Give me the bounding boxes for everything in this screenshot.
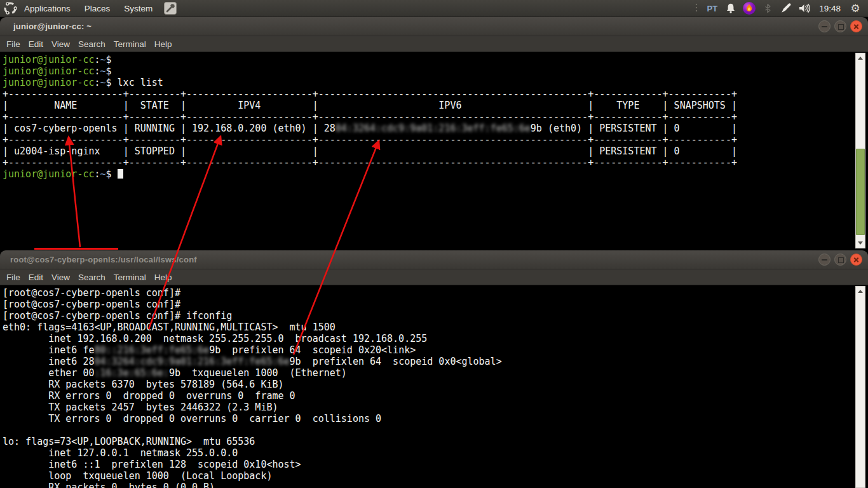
lxc-table-header: | NAME | STATE | IPV4 | IPV6 | TYPE | SN… [3, 100, 868, 111]
terminal-line: TX errors 0 dropped 0 overruns 0 carrier… [3, 413, 868, 424]
system-tray: PT [695, 0, 868, 17]
menu-edit[interactable]: Edit [29, 273, 43, 282]
terminal-window-root: root@cos7-cyberp-openls:/usr/local/lsws/… [0, 250, 868, 488]
menu-edit[interactable]: Edit [29, 39, 43, 49]
terminal-line: loop txqueuelen 1000 (Local Loopback) [3, 470, 868, 482]
lxc-table-border: +--------------------+---------+--------… [3, 111, 868, 123]
menu-view[interactable]: View [51, 273, 70, 282]
menu-view[interactable]: View [51, 39, 70, 49]
menu-help[interactable]: Help [154, 39, 172, 49]
menu-places[interactable]: Places [78, 0, 118, 17]
terminal-line: RX packets 0 bytes 0 (0.0 B) [3, 482, 868, 488]
bluetooth-icon[interactable] [760, 0, 775, 17]
scrollbar[interactable] [855, 53, 865, 248]
menu-applications[interactable]: Applications [17, 0, 78, 17]
terminal-line-command: [root@cos7-cyberp-openls conf]# ifconfig [3, 310, 868, 322]
maximize-button[interactable] [834, 254, 846, 266]
window-controls [818, 20, 862, 32]
redacted-ipv6: 04:3264:cdc9:9a01:216:3eff:fe65:6e [95, 356, 290, 367]
titlebar[interactable]: root@cos7-cyberp-openls:/usr/local/lsws/… [0, 250, 868, 269]
menu-help[interactable]: Help [154, 273, 172, 282]
terminal-line: [root@cos7-cyberp-openls conf]# [3, 299, 868, 310]
minimize-button[interactable] [818, 20, 831, 32]
menu-search[interactable]: Search [78, 39, 105, 49]
terminal-line: RX packets 6370 bytes 578189 (564.6 KiB) [3, 379, 868, 390]
wrench-launcher-icon[interactable] [164, 2, 177, 15]
clock[interactable]: 19:48 [815, 4, 844, 13]
ifconfig-inet6-link-line: inet6 fe80::216:3eff:fe65:6e9b prefixlen… [3, 344, 868, 356]
messaging-flame-icon[interactable] [742, 0, 757, 17]
redacted-mac: :16:3e:65:6e: [95, 367, 169, 379]
lxc-table-border: +--------------------+---------+--------… [3, 157, 868, 168]
scroll-up-arrow-icon[interactable] [856, 54, 865, 62]
desktop: Applications Places System PT [0, 0, 868, 488]
menubar: File Edit View Search Terminal Help [0, 36, 868, 52]
lxc-table-border: +--------------------+---------+--------… [3, 88, 868, 100]
notification-bell-icon[interactable] [723, 0, 738, 17]
menu-file[interactable]: File [6, 273, 20, 282]
scrollbar-thumb[interactable] [856, 149, 865, 235]
lxc-table-row-2: | u2004-isp-nginx | STOPPED | | | PERSIS… [3, 146, 868, 157]
menu-search[interactable]: Search [78, 273, 105, 282]
ifconfig-inet-line: inet 192.168.0.200 netmask 255.255.255.0… [3, 333, 868, 344]
window-controls [818, 254, 862, 266]
stylus-icon[interactable] [778, 0, 794, 17]
ifconfig-ether-line: ether 00:16:3e:65:6e:9b txqueuelen 1000 … [3, 367, 868, 379]
terminal-line-command: junior@junior-cc:~$lxc list [3, 77, 868, 88]
terminal-line: RX errors 0 dropped 0 overruns 0 frame 0 [3, 390, 868, 402]
terminal-line: junior@junior-cc:~$ [3, 65, 868, 77]
scroll-up-arrow-icon[interactable] [856, 287, 865, 295]
titlebar[interactable]: junior@junior-cc: ~ [0, 17, 868, 36]
minimize-button[interactable] [818, 254, 831, 266]
redacted-ipv6: 80::216:3eff:fe65:6e [95, 344, 210, 356]
ubuntu-logo-icon[interactable] [3, 1, 17, 15]
volume-icon[interactable] [797, 0, 812, 17]
text-cursor [118, 169, 123, 179]
terminal-window-junior: junior@junior-cc: ~ File Edit View Searc… [0, 17, 868, 250]
window-title: root@cos7-cyberp-openls:/usr/local/lsws/… [10, 255, 197, 264]
scroll-down-arrow-icon[interactable] [856, 239, 865, 247]
top-panel: Applications Places System PT [0, 0, 868, 17]
terminal-line: inet 127.0.0.1 netmask 255.0.0.0 [3, 447, 868, 459]
redacted-ipv6: 04:3264:cdc9:9a01:216:3eff:fe65:6e [336, 123, 531, 134]
terminal-line: [root@cos7-cyberp-openls conf]# [3, 287, 868, 299]
tray-grip-handle[interactable] [695, 3, 700, 13]
close-button[interactable] [850, 254, 862, 266]
menu-file[interactable]: File [6, 39, 20, 49]
ifconfig-lo-header: lo: flags=73<UP,LOOPBACK,RUNNING> mtu 65… [3, 436, 868, 447]
terminal-screen[interactable]: [root@cos7-cyberp-openls conf]# [root@co… [0, 285, 868, 488]
ifconfig-eth0-header: eth0: flags=4163<UP,BROADCAST,RUNNING,MU… [3, 322, 868, 333]
menu-terminal[interactable]: Terminal [114, 273, 146, 282]
scrollbar[interactable] [855, 286, 865, 488]
lxc-table-border: +--------------------+---------+--------… [3, 134, 868, 146]
terminal-prompt-line: junior@junior-cc:~$ [3, 168, 868, 180]
menu-terminal[interactable]: Terminal [114, 39, 146, 49]
terminal-line: inet6 ::1 prefixlen 128 scopeid 0x10<hos… [3, 459, 868, 470]
menubar: File Edit View Search Terminal Help [0, 269, 868, 285]
terminal-screen[interactable]: junior@junior-cc:~$ junior@junior-cc:~$ … [0, 52, 868, 250]
close-button[interactable] [850, 20, 862, 32]
settings-gear-icon[interactable]: ⚙ [848, 0, 863, 17]
lxc-table-row-1: | cos7-cyberp-openls | RUNNING | 192.168… [3, 123, 868, 134]
maximize-button[interactable] [834, 20, 846, 32]
keyboard-layout-indicator[interactable]: PT [705, 4, 721, 13]
terminal-line: junior@junior-cc:~$ [3, 54, 868, 65]
menu-system[interactable]: System [117, 0, 159, 17]
terminal-line [3, 424, 868, 436]
terminal-line: TX packets 2457 bytes 2446322 (2.3 MiB) [3, 402, 868, 413]
window-title: junior@junior-cc: ~ [13, 22, 92, 31]
ifconfig-inet6-global-line: inet6 2804:3264:cdc9:9a01:216:3eff:fe65:… [3, 356, 868, 367]
